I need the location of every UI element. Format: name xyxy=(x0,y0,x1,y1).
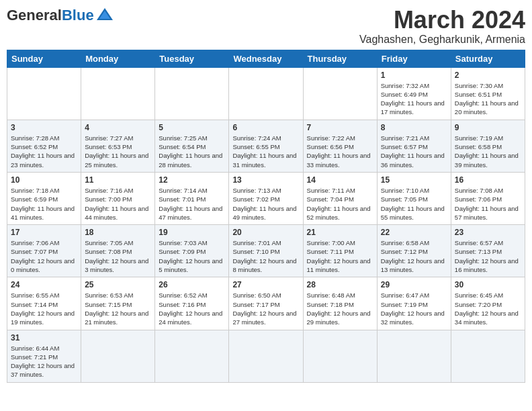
calendar-cell: 21Sunrise: 7:00 AM Sunset: 7:11 PM Dayli… xyxy=(303,225,377,277)
calendar-week-2: 10Sunrise: 7:18 AM Sunset: 6:59 PM Dayli… xyxy=(7,172,525,224)
cell-date-number: 10 xyxy=(11,175,77,185)
calendar-cell: 9Sunrise: 7:19 AM Sunset: 6:58 PM Daylig… xyxy=(451,120,525,172)
calendar-cell: 31Sunrise: 6:44 AM Sunset: 7:21 PM Dayli… xyxy=(7,330,81,382)
calendar-cell: 16Sunrise: 7:08 AM Sunset: 7:06 PM Dayli… xyxy=(451,172,525,224)
cell-date-number: 21 xyxy=(307,228,373,237)
cell-date-number: 2 xyxy=(455,71,521,80)
calendar-cell: 1Sunrise: 7:32 AM Sunset: 6:49 PM Daylig… xyxy=(377,67,451,120)
cell-sun-info: Sunrise: 7:16 AM Sunset: 7:00 PM Dayligh… xyxy=(85,186,151,222)
calendar-cell xyxy=(377,330,451,382)
cell-date-number: 27 xyxy=(232,280,299,289)
calendar-week-1: 3Sunrise: 7:28 AM Sunset: 6:52 PM Daylig… xyxy=(7,120,525,172)
month-title: March 2024 xyxy=(359,7,525,34)
cell-date-number: 6 xyxy=(232,123,299,132)
calendar-cell: 25Sunrise: 6:53 AM Sunset: 7:15 PM Dayli… xyxy=(81,277,155,330)
cell-sun-info: Sunrise: 6:52 AM Sunset: 7:16 PM Dayligh… xyxy=(159,291,225,326)
cell-date-number: 3 xyxy=(11,123,77,132)
cell-date-number: 29 xyxy=(381,280,447,289)
cell-sun-info: Sunrise: 7:14 AM Sunset: 7:01 PM Dayligh… xyxy=(159,186,225,222)
cell-sun-info: Sunrise: 7:25 AM Sunset: 6:54 PM Dayligh… xyxy=(159,134,225,169)
cell-sun-info: Sunrise: 7:01 AM Sunset: 7:10 PM Dayligh… xyxy=(232,238,299,274)
cell-sun-info: Sunrise: 7:13 AM Sunset: 7:02 PM Dayligh… xyxy=(232,186,299,222)
calendar-cell: 7Sunrise: 7:22 AM Sunset: 6:56 PM Daylig… xyxy=(303,120,377,172)
cell-sun-info: Sunrise: 7:27 AM Sunset: 6:53 PM Dayligh… xyxy=(85,134,151,169)
cell-date-number: 16 xyxy=(455,175,521,185)
logo-general-text: General xyxy=(7,8,62,23)
cell-sun-info: Sunrise: 6:57 AM Sunset: 7:13 PM Dayligh… xyxy=(455,238,521,274)
cell-date-number: 25 xyxy=(85,280,151,289)
logo-blue-text: Blue xyxy=(62,8,94,23)
calendar-cell: 17Sunrise: 7:06 AM Sunset: 7:07 PM Dayli… xyxy=(7,225,81,277)
cell-sun-info: Sunrise: 7:19 AM Sunset: 6:58 PM Dayligh… xyxy=(455,134,521,169)
cell-date-number: 12 xyxy=(159,175,225,185)
weekday-header-wednesday: Wednesday xyxy=(229,50,303,67)
cell-date-number: 18 xyxy=(85,228,151,237)
calendar-cell xyxy=(81,67,155,120)
weekday-header-friday: Friday xyxy=(377,50,451,67)
cell-sun-info: Sunrise: 7:24 AM Sunset: 6:55 PM Dayligh… xyxy=(232,134,299,169)
cell-date-number: 19 xyxy=(159,228,225,237)
cell-sun-info: Sunrise: 7:06 AM Sunset: 7:07 PM Dayligh… xyxy=(11,238,77,274)
cell-sun-info: Sunrise: 7:10 AM Sunset: 7:05 PM Dayligh… xyxy=(381,186,447,222)
cell-sun-info: Sunrise: 6:58 AM Sunset: 7:12 PM Dayligh… xyxy=(381,238,447,274)
weekday-header-monday: Monday xyxy=(81,50,155,67)
calendar-cell xyxy=(229,67,303,120)
title-area: March 2024 Vaghashen, Gegharkunik, Armen… xyxy=(359,7,525,46)
calendar-cell: 27Sunrise: 6:50 AM Sunset: 7:17 PM Dayli… xyxy=(229,277,303,330)
cell-sun-info: Sunrise: 6:50 AM Sunset: 7:17 PM Dayligh… xyxy=(232,291,299,326)
cell-date-number: 20 xyxy=(232,228,299,237)
cell-date-number: 28 xyxy=(307,280,373,289)
calendar: SundayMondayTuesdayWednesdayThursdayFrid… xyxy=(7,50,525,383)
calendar-cell: 13Sunrise: 7:13 AM Sunset: 7:02 PM Dayli… xyxy=(229,172,303,224)
calendar-cell: 14Sunrise: 7:11 AM Sunset: 7:04 PM Dayli… xyxy=(303,172,377,224)
calendar-cell: 8Sunrise: 7:21 AM Sunset: 6:57 PM Daylig… xyxy=(377,120,451,172)
cell-sun-info: Sunrise: 6:47 AM Sunset: 7:19 PM Dayligh… xyxy=(381,291,447,326)
calendar-cell: 24Sunrise: 6:55 AM Sunset: 7:14 PM Dayli… xyxy=(7,277,81,330)
calendar-cell: 4Sunrise: 7:27 AM Sunset: 6:53 PM Daylig… xyxy=(81,120,155,172)
cell-sun-info: Sunrise: 7:00 AM Sunset: 7:11 PM Dayligh… xyxy=(307,238,373,274)
calendar-cell: 23Sunrise: 6:57 AM Sunset: 7:13 PM Dayli… xyxy=(451,225,525,277)
logo: General Blue xyxy=(7,7,114,23)
calendar-week-3: 17Sunrise: 7:06 AM Sunset: 7:07 PM Dayli… xyxy=(7,225,525,277)
cell-date-number: 5 xyxy=(159,123,225,132)
weekday-header-row: SundayMondayTuesdayWednesdayThursdayFrid… xyxy=(7,50,525,67)
calendar-cell: 18Sunrise: 7:05 AM Sunset: 7:08 PM Dayli… xyxy=(81,225,155,277)
calendar-cell: 22Sunrise: 6:58 AM Sunset: 7:12 PM Dayli… xyxy=(377,225,451,277)
calendar-cell: 29Sunrise: 6:47 AM Sunset: 7:19 PM Dayli… xyxy=(377,277,451,330)
weekday-header-saturday: Saturday xyxy=(451,50,525,67)
cell-sun-info: Sunrise: 7:30 AM Sunset: 6:51 PM Dayligh… xyxy=(455,81,521,117)
cell-date-number: 7 xyxy=(307,123,373,132)
calendar-cell: 5Sunrise: 7:25 AM Sunset: 6:54 PM Daylig… xyxy=(155,120,229,172)
cell-date-number: 14 xyxy=(307,175,373,185)
calendar-cell: 19Sunrise: 7:03 AM Sunset: 7:09 PM Dayli… xyxy=(155,225,229,277)
calendar-cell: 6Sunrise: 7:24 AM Sunset: 6:55 PM Daylig… xyxy=(229,120,303,172)
cell-date-number: 22 xyxy=(381,228,447,237)
cell-sun-info: Sunrise: 7:18 AM Sunset: 6:59 PM Dayligh… xyxy=(11,186,77,222)
calendar-week-0: 1Sunrise: 7:32 AM Sunset: 6:49 PM Daylig… xyxy=(7,67,525,120)
cell-date-number: 4 xyxy=(85,123,151,132)
calendar-cell: 20Sunrise: 7:01 AM Sunset: 7:10 PM Dayli… xyxy=(229,225,303,277)
calendar-cell: 15Sunrise: 7:10 AM Sunset: 7:05 PM Dayli… xyxy=(377,172,451,224)
cell-date-number: 31 xyxy=(11,333,77,342)
calendar-cell: 12Sunrise: 7:14 AM Sunset: 7:01 PM Dayli… xyxy=(155,172,229,224)
calendar-cell xyxy=(81,330,155,382)
cell-sun-info: Sunrise: 6:53 AM Sunset: 7:15 PM Dayligh… xyxy=(85,291,151,326)
calendar-cell xyxy=(303,330,377,382)
cell-date-number: 26 xyxy=(159,280,225,289)
subtitle: Vaghashen, Gegharkunik, Armenia xyxy=(359,34,525,46)
calendar-week-5: 31Sunrise: 6:44 AM Sunset: 7:21 PM Dayli… xyxy=(7,330,525,382)
calendar-cell xyxy=(229,330,303,382)
calendar-cell xyxy=(155,67,229,120)
calendar-cell: 10Sunrise: 7:18 AM Sunset: 6:59 PM Dayli… xyxy=(7,172,81,224)
weekday-header-thursday: Thursday xyxy=(303,50,377,67)
cell-sun-info: Sunrise: 6:44 AM Sunset: 7:21 PM Dayligh… xyxy=(11,344,77,379)
logo-icon xyxy=(95,7,114,21)
calendar-cell: 30Sunrise: 6:45 AM Sunset: 7:20 PM Dayli… xyxy=(451,277,525,330)
cell-sun-info: Sunrise: 6:45 AM Sunset: 7:20 PM Dayligh… xyxy=(455,291,521,326)
cell-date-number: 24 xyxy=(11,280,77,289)
cell-sun-info: Sunrise: 7:22 AM Sunset: 6:56 PM Dayligh… xyxy=(307,134,373,169)
calendar-cell xyxy=(303,67,377,120)
calendar-cell: 3Sunrise: 7:28 AM Sunset: 6:52 PM Daylig… xyxy=(7,120,81,172)
calendar-cell: 28Sunrise: 6:48 AM Sunset: 7:18 PM Dayli… xyxy=(303,277,377,330)
cell-sun-info: Sunrise: 6:55 AM Sunset: 7:14 PM Dayligh… xyxy=(11,291,77,326)
